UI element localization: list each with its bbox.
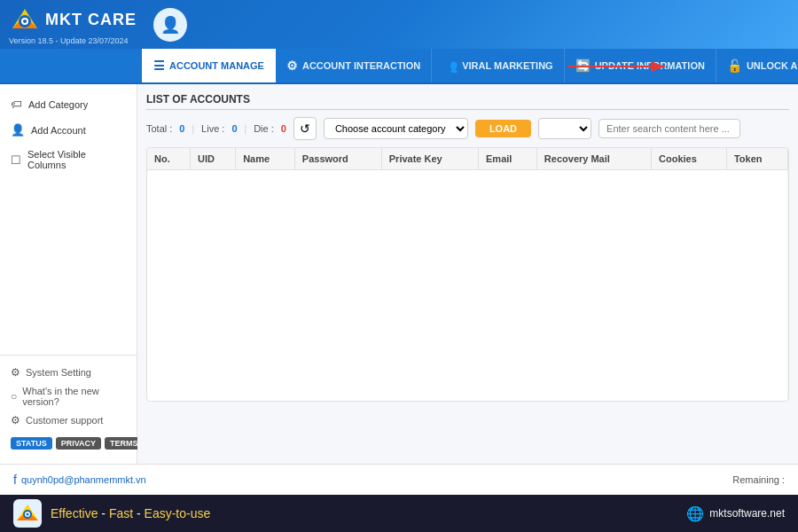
slogan-easy: Easy-to-use <box>145 506 211 520</box>
logo-icon <box>9 4 41 35</box>
tab-account-manage-label: ACCOUNT MANAGE <box>169 60 264 71</box>
footer-right: 🌐 mktsoftware.net <box>686 505 785 522</box>
sidebar-item-add-account-label: Add Account <box>31 125 86 136</box>
facebook-icon: f <box>13 473 17 487</box>
tab-account-manage[interactable]: ☰ ACCOUNT MANAGE <box>142 49 276 83</box>
app-version: Version 18.5 - Update 23/07/2024 <box>9 36 129 45</box>
tab-update-information-label: UPDATE INFORMATION <box>595 60 705 71</box>
category-select[interactable]: Choose account category <box>324 118 468 139</box>
logo-area: MKT CARE Version 18.5 - Update 23/07/202… <box>9 4 146 45</box>
sidebar-top: 🏷 Add Category 👤 Add Account ☐ Select Vi… <box>0 91 137 355</box>
sidebar-system-setting[interactable]: ⚙ System Setting <box>11 363 126 382</box>
live-value: 0 <box>231 123 237 134</box>
empty-area <box>154 175 780 396</box>
customer-support-icon: ⚙ <box>11 414 20 426</box>
search-input[interactable] <box>598 119 740 138</box>
footer-slogan: Effective - Fast - Easy-to-use <box>51 506 210 520</box>
col-password: Password <box>294 148 381 170</box>
account-manage-icon: ☰ <box>153 59 165 73</box>
refresh-button[interactable]: ↺ <box>293 117 317 140</box>
col-token: Token <box>726 148 787 170</box>
tab-viral-marketing[interactable]: 👥 VIRAL MARKETING <box>432 49 564 83</box>
whats-new-icon: ○ <box>11 390 17 403</box>
sidebar-customer-support-label: Customer support <box>26 415 103 426</box>
col-recovery-mail: Recovery Mail <box>536 148 651 170</box>
tag-privacy[interactable]: PRIVACY <box>56 437 101 450</box>
main-layout: 🏷 Add Category 👤 Add Account ☐ Select Vi… <box>0 84 798 464</box>
globe-icon: 🌐 <box>686 505 704 522</box>
sidebar-system-setting-label: System Setting <box>26 367 91 378</box>
tab-unlock-account-label: UNLOCK ACCOUNT <box>747 60 798 71</box>
nav-tabs: ☰ ACCOUNT MANAGE ⚙ ACCOUNT INTERACTION 👥… <box>0 49 798 84</box>
unlock-icon: 🔓 <box>727 59 742 73</box>
col-cookies: Cookies <box>652 148 727 170</box>
slogan-fast: Fast <box>109 506 133 520</box>
main-content: LIST OF ACCOUNTS Total : 0 | Live : 0 | … <box>137 84 798 464</box>
col-email: Email <box>479 148 537 170</box>
sidebar-bottom: ⚙ System Setting ○ What's in the new ver… <box>0 355 137 457</box>
update-info-icon: 🔄 <box>575 59 591 73</box>
accounts-table-container: No. UID Name Password Private Key Email … <box>146 147 789 402</box>
app-name: MKT CARE <box>45 11 137 29</box>
load-button[interactable]: LOAD <box>475 120 531 137</box>
slogan-effective: Effective <box>51 506 98 520</box>
sidebar-item-select-columns[interactable]: ☐ Select Visible Columns <box>0 143 137 176</box>
sidebar-item-add-account[interactable]: 👤 Add Account <box>0 117 137 143</box>
footer: Effective - Fast - Easy-to-use 🌐 mktsoft… <box>0 495 798 532</box>
viral-marketing-icon: 👥 <box>442 59 458 73</box>
footer-logo <box>13 499 42 528</box>
controls-row: Total : 0 | Live : 0 | Die : 0 ↺ Choose … <box>146 117 789 140</box>
add-category-icon: 🏷 <box>11 98 22 111</box>
fb-username: quynh0pd@phanmemmkt.vn <box>21 474 146 485</box>
sidebar-item-add-category[interactable]: 🏷 Add Category <box>0 91 137 117</box>
total-value: 0 <box>179 123 184 134</box>
total-label: Total : <box>146 123 172 134</box>
search-type-select[interactable] <box>538 118 591 139</box>
sidebar-item-add-category-label: Add Category <box>28 99 88 110</box>
tab-viral-marketing-label: VIRAL MARKETING <box>462 60 552 71</box>
col-name: Name <box>236 148 295 170</box>
die-label: Die : <box>254 123 274 134</box>
system-setting-icon: ⚙ <box>11 366 20 379</box>
website-url: mktsoftware.net <box>709 507 785 520</box>
svg-point-11 <box>27 513 29 516</box>
table-empty-row <box>147 170 788 402</box>
col-uid: UID <box>191 148 236 170</box>
col-private-key: Private Key <box>381 148 478 170</box>
top-header: MKT CARE Version 18.5 - Update 23/07/202… <box>0 0 798 49</box>
live-label: Live : <box>201 123 224 134</box>
remaining-label: Remaining : <box>732 474 785 485</box>
tab-account-interaction-label: ACCOUNT INTERACTION <box>302 60 420 71</box>
account-interaction-icon: ⚙ <box>286 59 298 73</box>
sidebar-item-select-columns-label: Select Visible Columns <box>27 149 126 170</box>
tab-update-information[interactable]: 🔄 UPDATE INFORMATION <box>565 49 716 83</box>
fb-link[interactable]: f quynh0pd@phanmemmkt.vn <box>13 473 146 487</box>
tab-unlock-account[interactable]: 🔓 UNLOCK ACCOUNT <box>716 49 798 83</box>
user-avatar[interactable]: 👤 <box>153 8 187 42</box>
accounts-table: No. UID Name Password Private Key Email … <box>147 148 788 401</box>
table-header-row: No. UID Name Password Private Key Email … <box>147 148 788 170</box>
list-accounts-header: LIST OF ACCOUNTS <box>146 93 789 110</box>
tag-status[interactable]: STATUS <box>11 437 52 450</box>
sidebar-whats-new-label: What's in the new version? <box>22 386 126 407</box>
footer-left: Effective - Fast - Easy-to-use <box>13 499 210 528</box>
svg-point-6 <box>23 20 27 23</box>
bottom-bar: f quynh0pd@phanmemmkt.vn Remaining : <box>0 464 798 495</box>
sidebar-whats-new[interactable]: ○ What's in the new version? <box>11 382 126 411</box>
col-no: No. <box>147 148 191 170</box>
sidebar-customer-support[interactable]: ⚙ Customer support <box>11 411 126 430</box>
add-account-icon: 👤 <box>11 123 25 137</box>
tab-account-interaction[interactable]: ⚙ ACCOUNT INTERACTION <box>276 49 432 83</box>
die-value: 0 <box>281 123 286 134</box>
select-columns-icon: ☐ <box>11 153 21 167</box>
sidebar-tags: STATUS PRIVACY TERMS <box>11 437 126 450</box>
sidebar: 🏷 Add Category 👤 Add Account ☐ Select Vi… <box>0 84 137 464</box>
logo-brand: MKT CARE <box>9 4 137 35</box>
